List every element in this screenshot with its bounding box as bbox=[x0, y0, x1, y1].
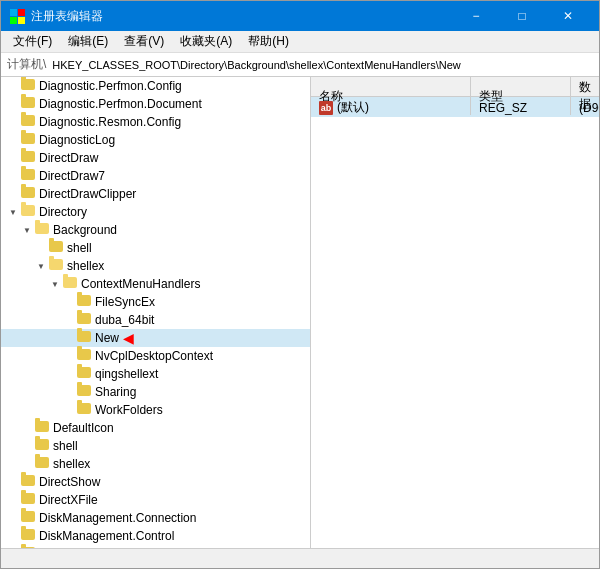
tree-item[interactable]: DirectShow bbox=[1, 473, 310, 491]
menu-bar: 文件(F) 编辑(E) 查看(V) 收藏夹(A) 帮助(H) bbox=[1, 31, 599, 53]
main-content: Diagnostic.Perfmon.ConfigDiagnostic.Perf… bbox=[1, 77, 599, 548]
tree-item[interactable]: ▼ContextMenuHandlers bbox=[1, 275, 310, 293]
tree-expand-icon[interactable]: ▼ bbox=[47, 276, 63, 292]
tree-item[interactable]: ▼Directory bbox=[1, 203, 310, 221]
tree-label: qingshellext bbox=[95, 367, 158, 381]
tree-item[interactable]: duba_64bit bbox=[1, 311, 310, 329]
tree-item[interactable]: DirectXFile bbox=[1, 491, 310, 509]
tree-expand-icon[interactable] bbox=[19, 456, 35, 472]
tree-expand-icon[interactable] bbox=[61, 348, 77, 364]
tree-expand-icon[interactable]: ▼ bbox=[19, 222, 35, 238]
tree-expand-icon[interactable] bbox=[5, 168, 21, 184]
tree-item[interactable]: Sharing bbox=[1, 383, 310, 401]
tree-label: Sharing bbox=[95, 385, 136, 399]
tree-item[interactable]: Diagnostic.Perfmon.Document bbox=[1, 95, 310, 113]
tree-expand-icon[interactable] bbox=[5, 492, 21, 508]
cell-data: (D969A300-E bbox=[571, 97, 599, 118]
folder-icon bbox=[49, 241, 65, 255]
tree-expand-icon[interactable] bbox=[33, 240, 49, 256]
tree-label: DiskManagement.Control bbox=[39, 529, 174, 543]
folder-icon bbox=[77, 331, 93, 345]
folder-icon bbox=[77, 385, 93, 399]
tree-item[interactable]: ▼Background bbox=[1, 221, 310, 239]
folder-icon bbox=[35, 457, 51, 471]
tree-expand-icon[interactable] bbox=[5, 78, 21, 94]
menu-file[interactable]: 文件(F) bbox=[5, 31, 60, 52]
tree-expand-icon[interactable] bbox=[61, 384, 77, 400]
tree-expand-icon[interactable] bbox=[61, 294, 77, 310]
tree-expand-icon[interactable] bbox=[5, 150, 21, 166]
tree-expand-icon[interactable] bbox=[61, 312, 77, 328]
tree-label: shell bbox=[53, 439, 78, 453]
tree-label: DirectDraw bbox=[39, 151, 98, 165]
tree-item[interactable]: DirectDraw7 bbox=[1, 167, 310, 185]
tree-item[interactable]: NvCplDesktopContext bbox=[1, 347, 310, 365]
tree-item[interactable]: Diagnostic.Perfmon.Config bbox=[1, 77, 310, 95]
folder-icon bbox=[35, 439, 51, 453]
window-icon bbox=[9, 8, 25, 24]
title-bar: 注册表编辑器 − □ ✕ bbox=[1, 1, 599, 31]
menu-help[interactable]: 帮助(H) bbox=[240, 31, 297, 52]
tree-expand-icon[interactable]: ▼ bbox=[33, 258, 49, 274]
tree-expand-icon[interactable] bbox=[5, 528, 21, 544]
tree-label: Background bbox=[53, 223, 117, 237]
tree-item[interactable]: DiagnosticLog bbox=[1, 131, 310, 149]
folder-icon bbox=[21, 475, 37, 489]
menu-edit[interactable]: 编辑(E) bbox=[60, 31, 116, 52]
tree-item[interactable]: shellex bbox=[1, 455, 310, 473]
tree-item[interactable]: DirectDraw bbox=[1, 149, 310, 167]
close-button[interactable]: ✕ bbox=[545, 1, 591, 31]
tree-expand-icon[interactable] bbox=[5, 186, 21, 202]
tree-label: Diagnostic.Resmon.Config bbox=[39, 115, 181, 129]
tree-expand-icon[interactable] bbox=[61, 366, 77, 382]
tree-label: shellex bbox=[67, 259, 104, 273]
tree-label: NvCplDesktopContext bbox=[95, 349, 213, 363]
tree-item[interactable]: DefaultIcon bbox=[1, 419, 310, 437]
svg-rect-1 bbox=[18, 9, 25, 16]
folder-icon bbox=[77, 295, 93, 309]
svg-rect-0 bbox=[10, 9, 17, 16]
tree-item[interactable]: DiskManagement.Control bbox=[1, 527, 310, 545]
tree-expand-icon[interactable] bbox=[19, 420, 35, 436]
tree-item[interactable]: FileSyncEx bbox=[1, 293, 310, 311]
tree-label: New bbox=[95, 331, 119, 345]
tree-label: FileSyncEx bbox=[95, 295, 155, 309]
svg-rect-2 bbox=[10, 17, 17, 24]
folder-icon bbox=[77, 313, 93, 327]
tree-item[interactable]: qingshellext bbox=[1, 365, 310, 383]
tree-item[interactable]: ▼shellex bbox=[1, 257, 310, 275]
folder-icon bbox=[21, 493, 37, 507]
folder-icon bbox=[35, 223, 51, 237]
tree-expand-icon[interactable] bbox=[61, 330, 77, 346]
tree-item[interactable]: DiskManagement.Connection bbox=[1, 509, 310, 527]
tree-item[interactable]: shell bbox=[1, 437, 310, 455]
tree-item[interactable]: DirectDrawClipper bbox=[1, 185, 310, 203]
tree-expand-icon[interactable] bbox=[19, 438, 35, 454]
minimize-button[interactable]: − bbox=[453, 1, 499, 31]
tree-expand-icon[interactable] bbox=[5, 132, 21, 148]
tree-item[interactable]: Diagnostic.Resmon.Config bbox=[1, 113, 310, 131]
folder-icon bbox=[21, 133, 37, 147]
tree-label: Diagnostic.Perfmon.Document bbox=[39, 97, 202, 111]
menu-view[interactable]: 查看(V) bbox=[116, 31, 172, 52]
folder-icon bbox=[21, 151, 37, 165]
folder-icon bbox=[21, 97, 37, 111]
folder-icon bbox=[21, 187, 37, 201]
tree-expand-icon[interactable] bbox=[5, 96, 21, 112]
tree-item[interactable]: shell bbox=[1, 239, 310, 257]
cell-type: REG_SZ bbox=[471, 97, 571, 118]
tree-expand-icon[interactable] bbox=[61, 402, 77, 418]
tree-item[interactable]: WorkFolders bbox=[1, 401, 310, 419]
menu-favorites[interactable]: 收藏夹(A) bbox=[172, 31, 240, 52]
tree-pane[interactable]: Diagnostic.Perfmon.ConfigDiagnostic.Perf… bbox=[1, 77, 311, 548]
maximize-button[interactable]: □ bbox=[499, 1, 545, 31]
right-pane: 名称 类型 数据 ab (默认) REG_SZ (D969A300-E bbox=[311, 77, 599, 548]
tree-item[interactable]: New◀ bbox=[1, 329, 310, 347]
tree-expand-icon[interactable]: ▼ bbox=[5, 204, 21, 220]
registry-value-icon: ab bbox=[319, 101, 333, 115]
tree-expand-icon[interactable] bbox=[5, 510, 21, 526]
tree-expand-icon[interactable] bbox=[5, 114, 21, 130]
tree-expand-icon[interactable] bbox=[5, 474, 21, 490]
address-path[interactable]: HKEY_CLASSES_ROOT\Directory\Background\s… bbox=[52, 59, 593, 71]
registry-row[interactable]: ab (默认) REG_SZ (D969A300-E bbox=[311, 97, 599, 117]
